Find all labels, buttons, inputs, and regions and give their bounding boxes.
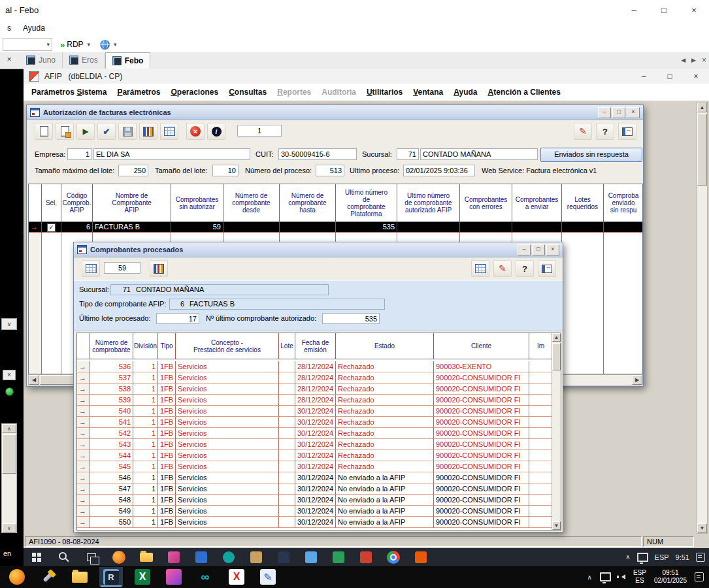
file-explorer-taskbar-button[interactable] xyxy=(68,567,91,587)
table-row[interactable]: →54611FBServicios30/12/2024No enviado a … xyxy=(77,472,561,483)
minimize-button[interactable]: – xyxy=(598,107,611,118)
scroll-down-icon[interactable]: ▼ xyxy=(697,523,707,533)
table-row[interactable]: →54711FBServicios30/12/2024No enviado a … xyxy=(77,483,561,495)
scroll-up-icon[interactable]: ▲ xyxy=(697,103,707,112)
notification-center-icon[interactable] xyxy=(695,572,704,581)
menu-item-auditoria[interactable]: Auditoria xyxy=(316,84,361,101)
table-row[interactable]: →54511FBServicios30/12/2024Rechazado9000… xyxy=(77,461,561,472)
tab-scroll-right-icon[interactable]: ▶ xyxy=(691,57,696,63)
file-explorer-icon[interactable] xyxy=(137,549,156,565)
table-row[interactable]: →54011FBServicios30/12/2024Rechazado9000… xyxy=(77,406,561,417)
firefox-taskbar-button[interactable] xyxy=(5,567,29,587)
network-tray-icon[interactable] xyxy=(600,572,611,581)
ultimo-proceso-field[interactable] xyxy=(403,165,475,176)
maximize-button[interactable]: □ xyxy=(657,69,683,84)
table-row[interactable]: →55011FBServicios30/12/2024No enviado a … xyxy=(77,517,561,528)
window-titlebar[interactable]: Autorización de facturas electrónicas –□… xyxy=(27,105,643,120)
process-counter-field[interactable] xyxy=(237,125,282,137)
table-row[interactable]: →54211FBServicios30/12/2024Rechazado9000… xyxy=(77,428,561,439)
help-icon[interactable]: ? xyxy=(516,260,534,277)
close-button[interactable]: × xyxy=(683,69,709,84)
firefox-icon[interactable] xyxy=(110,549,128,565)
sucursal-code-field[interactable] xyxy=(397,148,419,160)
new-document-icon[interactable] xyxy=(35,123,53,140)
tab-scroll-left-icon[interactable]: ◀ xyxy=(681,57,685,63)
exit-panel-icon[interactable] xyxy=(618,123,636,140)
menu-item-consultas[interactable]: Consultas xyxy=(223,84,272,101)
menu-item-operaciones[interactable]: Operaciones xyxy=(165,84,223,101)
run-icon[interactable]: ▶ xyxy=(76,123,95,140)
processed-counter-field[interactable] xyxy=(104,262,140,274)
save-icon[interactable] xyxy=(118,123,137,140)
remote-clock[interactable]: 9:51 xyxy=(676,553,689,561)
app-tan-icon[interactable] xyxy=(247,549,265,565)
table-row[interactable]: →54811FBServicios30/12/2024No enviado a … xyxy=(77,495,561,506)
close-button[interactable]: × xyxy=(627,107,640,118)
menu-item-reportes[interactable]: Reportes xyxy=(272,84,316,101)
enviados-sin-respuesta-button[interactable]: Enviados sin respuesta xyxy=(540,148,642,162)
external-tool-button[interactable]: ▾ xyxy=(100,40,119,50)
app-orange-icon[interactable] xyxy=(412,549,430,565)
cuit-field[interactable] xyxy=(278,148,357,160)
empresa-name-field[interactable] xyxy=(93,148,250,160)
close-button[interactable]: × xyxy=(546,244,559,255)
tam-lote-field[interactable] xyxy=(212,165,239,176)
table-row[interactable]: →53611FBServicios28/12/2024Rechazado9000… xyxy=(77,361,561,372)
ledger-icon[interactable] xyxy=(139,123,157,140)
table-row[interactable]: →54911FBServicios30/12/2024No enviado a … xyxy=(77,506,561,517)
devtools-taskbar-button[interactable] xyxy=(37,567,60,587)
infinity-app-taskbar-button[interactable]: ∞ xyxy=(193,567,217,587)
num-proceso-field[interactable] xyxy=(316,165,344,176)
maximize-button[interactable]: □ xyxy=(532,244,545,255)
cancel-icon[interactable]: × xyxy=(186,123,205,140)
app-pink-icon[interactable] xyxy=(165,549,183,565)
menu-item-atenci-n-a-clientes[interactable]: Atención a Clientes xyxy=(483,84,566,101)
table-row[interactable]: →54311FBServicios30/12/2024Rechazado9000… xyxy=(77,439,561,450)
scroll-down-icon[interactable]: ∨ xyxy=(2,523,16,532)
rdp-protocol-button[interactable]: » RDP ▾ xyxy=(60,40,92,50)
tab-eros[interactable]: Eros xyxy=(63,52,105,68)
panel-scrollbar[interactable]: ∧ ∨ xyxy=(1,423,17,533)
tab-juno[interactable]: Juno xyxy=(20,52,63,68)
menu-item-utilitarios[interactable]: Utilitarios xyxy=(361,84,408,101)
pen-app-taskbar-button[interactable]: ✎ xyxy=(256,567,280,587)
empresa-code-field[interactable] xyxy=(67,148,92,160)
menu-item-par-metros-sistema[interactable]: Parámetros Sistema xyxy=(26,84,112,101)
window-titlebar[interactable]: Comprobantes procesados –□× xyxy=(74,242,563,257)
task-view-icon[interactable] xyxy=(82,549,101,565)
app-green-icon[interactable] xyxy=(329,549,348,565)
tab-close-icon[interactable]: × xyxy=(702,56,706,65)
scroll-down-icon[interactable]: ▼ xyxy=(552,521,561,530)
scrollbar-thumb[interactable] xyxy=(552,343,561,370)
info-icon[interactable]: i xyxy=(207,123,225,140)
properties-icon[interactable] xyxy=(56,123,74,140)
panel-close-button[interactable]: × xyxy=(3,370,16,380)
chevron-up-icon[interactable]: ∧ xyxy=(625,553,630,561)
connection-combobox[interactable]: ▾ xyxy=(3,38,52,51)
app-teal-icon[interactable] xyxy=(220,549,238,565)
app-red-icon[interactable] xyxy=(357,549,375,565)
minimize-button[interactable]: – xyxy=(619,0,649,20)
language-indicator[interactable]: ESP ES xyxy=(633,569,646,585)
help-icon[interactable]: ? xyxy=(596,123,614,140)
start-icon[interactable] xyxy=(27,549,46,565)
chrome-icon[interactable] xyxy=(384,549,403,565)
scroll-up-icon[interactable]: ▲ xyxy=(552,333,561,342)
sucursal-name-field[interactable] xyxy=(420,148,538,160)
display-tray-icon[interactable] xyxy=(637,553,648,562)
table-row[interactable]: →53811FBServicios28/12/2024Rechazado9000… xyxy=(77,384,561,395)
table-row[interactable]: →54411FBServicios30/12/2024Rechazado9000… xyxy=(77,450,561,461)
close-button[interactable]: × xyxy=(679,0,709,20)
export-grid-icon[interactable] xyxy=(160,123,178,140)
menu-item-ayuda[interactable]: Ayuda xyxy=(448,84,482,101)
design-app-taskbar-button[interactable] xyxy=(162,567,186,587)
maximize-button[interactable]: □ xyxy=(612,107,625,118)
clock[interactable]: 09:51 02/01/2025 xyxy=(654,569,687,585)
app-blue-icon[interactable] xyxy=(192,549,210,565)
table-row[interactable]: →53911FBServicios28/12/2024Rechazado9000… xyxy=(77,395,561,406)
scrollbar-thumb[interactable] xyxy=(697,114,707,186)
mdi-vertical-scrollbar[interactable]: ▲ ▼ xyxy=(697,102,708,534)
ledger-icon[interactable] xyxy=(150,260,168,277)
menu-item-par-metros[interactable]: Parámetros xyxy=(112,84,165,101)
remote-language-indicator[interactable]: ESP xyxy=(655,553,669,561)
